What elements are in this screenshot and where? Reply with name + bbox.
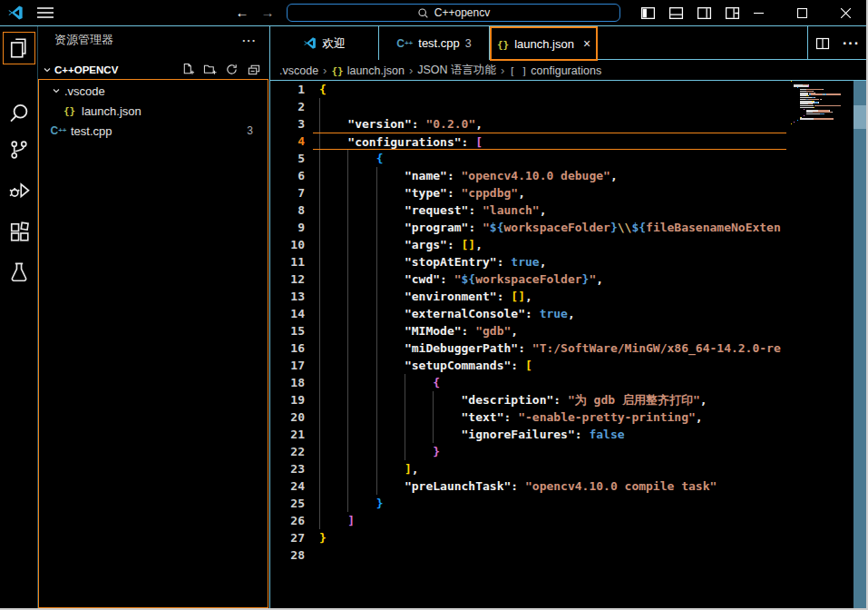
code-line[interactable]: 21 "ignoreFailures": false <box>270 426 787 443</box>
tab-launch-json[interactable]: {}launch.json× <box>490 26 598 61</box>
run-debug-icon[interactable] <box>3 173 35 206</box>
explorer-sidebar: 资源管理器 ··· C++OPENCV .vscode{}launch.json… <box>38 26 269 608</box>
sidebar-header: 资源管理器 ··· <box>38 26 269 54</box>
code-line[interactable]: 4 "configurations": [ <box>270 133 787 150</box>
indent-guide <box>376 426 377 443</box>
indent-guide <box>433 426 434 443</box>
indent-guide <box>347 288 348 305</box>
back-button[interactable]: ← <box>232 3 252 23</box>
tree-item--vscode[interactable]: .vscode <box>38 81 269 101</box>
toggle-secondary-sidebar-icon[interactable] <box>697 5 712 21</box>
breadcrumb-item[interactable]: [ ]configurations <box>509 64 601 77</box>
workspace-section-header[interactable]: C++OPENCV <box>38 59 269 80</box>
extensions-icon[interactable] <box>3 215 35 248</box>
line-number: 14 <box>270 305 313 322</box>
code-line[interactable]: 8 "request": "launch", <box>270 202 787 219</box>
collapse-all-icon[interactable] <box>247 63 260 76</box>
line-number: 22 <box>270 443 313 460</box>
vscode-logo-icon <box>7 5 24 21</box>
command-center-search[interactable]: C++opencv <box>287 4 620 22</box>
code-line[interactable]: 5 { <box>270 150 787 167</box>
code-line[interactable]: 7 "type": "cppdbg", <box>270 184 787 202</box>
indent-guide <box>347 408 348 426</box>
code-line[interactable]: 12 "cwd": "${workspaceFolder}", <box>270 271 787 288</box>
more-actions-icon[interactable]: ··· <box>843 35 860 52</box>
code-line[interactable]: 10 "args": [], <box>270 236 787 253</box>
tree-item-launch-json[interactable]: {}launch.json <box>38 101 269 121</box>
refresh-icon[interactable] <box>225 63 239 76</box>
toggle-sidebar-icon[interactable] <box>640 5 656 21</box>
code-content: "program": "${workspaceFolder}\\${fileBa… <box>313 219 786 236</box>
code-line[interactable]: 15 "MIMode": "gdb", <box>270 322 787 339</box>
code-line[interactable]: 22 } <box>270 443 787 460</box>
code-line[interactable]: 1{ <box>270 81 787 98</box>
code-line[interactable]: 16 "miDebuggerPath": "T:/SoftWare/MinGW/… <box>270 339 787 357</box>
indent-guide <box>376 202 377 219</box>
indent-guide <box>319 426 320 443</box>
indent-guide <box>376 271 377 288</box>
toggle-panel-icon[interactable] <box>668 5 684 21</box>
code-line[interactable]: 27} <box>270 529 787 546</box>
scrollbar-thumb[interactable] <box>853 105 867 129</box>
close-button[interactable] <box>824 0 866 25</box>
indent-guide <box>347 357 348 374</box>
sidebar-more-actions[interactable]: ··· <box>242 34 257 47</box>
maximize-button[interactable] <box>781 0 823 25</box>
breadcrumb-item[interactable]: {}launch.json <box>331 64 405 77</box>
code-line[interactable]: 24 "preLaunchTask": "opencv4.10.0 compil… <box>270 477 787 495</box>
editor-group: 欢迎C++test.cpp3{}launch.json× ··· .vscode… <box>269 26 866 608</box>
minimap[interactable] <box>789 81 853 132</box>
code-line[interactable]: 26 ] <box>270 512 787 529</box>
code-line[interactable]: 25 } <box>270 495 787 512</box>
tab-badge: 3 <box>465 37 472 50</box>
testing-icon[interactable] <box>3 255 35 288</box>
search-view-icon[interactable] <box>3 97 35 130</box>
code-line[interactable]: 14 "externalConsole": true, <box>270 305 787 322</box>
code-line[interactable]: 13 "environment": [], <box>270 288 787 305</box>
tab-welcome[interactable]: 欢迎 <box>270 26 379 60</box>
code-line[interactable]: 23 ], <box>270 460 787 477</box>
breadcrumb-item[interactable]: .vscode <box>279 64 318 77</box>
code-editor[interactable]: 1{23 "version": "0.2.0",4 "configuration… <box>270 81 787 564</box>
indent-guide <box>319 495 320 512</box>
indent-guide <box>376 339 377 357</box>
tab-close-icon[interactable]: × <box>583 36 590 51</box>
explorer-icon[interactable] <box>3 32 35 64</box>
tab-test-cpp[interactable]: C++test.cpp3 <box>379 26 490 60</box>
code-line[interactable]: 28 <box>270 546 787 564</box>
forward-button[interactable]: → <box>258 3 278 23</box>
code-line[interactable]: 11 "stopAtEntry": true, <box>270 253 787 271</box>
code-line[interactable]: 17 "setupCommands": [ <box>270 357 787 374</box>
code-text: "miDebuggerPath": "T:/SoftWare/MinGW/x86… <box>313 339 786 357</box>
new-folder-icon[interactable] <box>203 63 217 76</box>
code-content: "environment": [], <box>313 288 786 305</box>
breadcrumb-item[interactable]: JSON 语言功能 <box>417 63 496 78</box>
code-line[interactable]: 18 { <box>270 374 787 391</box>
code-line[interactable]: 2 <box>270 98 787 115</box>
code-content: "setupCommands": [ <box>313 357 786 374</box>
code-text: ], <box>313 460 786 477</box>
code-content: } <box>313 529 786 546</box>
indent-guide <box>376 443 377 460</box>
new-file-icon[interactable] <box>181 63 195 76</box>
chevron-down-icon <box>51 85 62 96</box>
indent-guide <box>319 408 320 426</box>
split-editor-icon[interactable] <box>815 36 830 51</box>
minimize-button[interactable] <box>737 0 779 25</box>
code-line[interactable]: 19 "description": "为 gdb 启用整齐打印", <box>270 391 787 408</box>
code-line[interactable]: 3 "version": "0.2.0", <box>270 115 787 133</box>
source-control-icon[interactable] <box>3 133 35 166</box>
code-text: } <box>313 529 786 546</box>
layout-controls <box>640 0 740 25</box>
code-line[interactable]: 6 "name": "opencv4.10.0 debuge", <box>270 167 787 184</box>
editor-scrollbar[interactable] <box>853 81 867 608</box>
menu-icon[interactable] <box>36 5 54 20</box>
code-line[interactable]: 20 "text": "-enable-pretty-printing", <box>270 408 787 426</box>
code-text: "configurations": [ <box>313 133 786 150</box>
code-line[interactable]: 9 "program": "${workspaceFolder}\\${file… <box>270 219 787 236</box>
indent-guide <box>319 322 320 339</box>
indent-guide <box>376 374 377 391</box>
code-content: } <box>313 443 786 460</box>
tree-item-test-cpp[interactable]: C++test.cpp3 <box>38 121 269 141</box>
chevron-down-icon <box>42 64 53 75</box>
